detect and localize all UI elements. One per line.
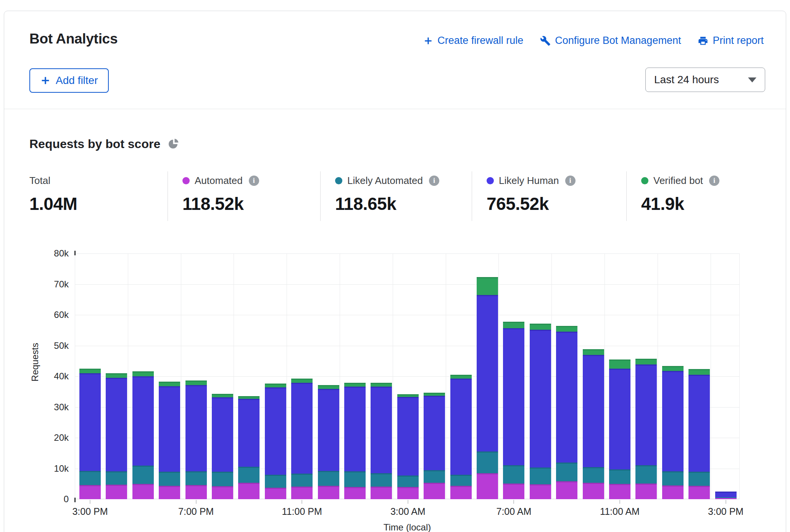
- stacked-bar[interactable]: [688, 369, 710, 499]
- bar-segment-likely-human[interactable]: [159, 386, 180, 472]
- bar-segment-likely-human[interactable]: [609, 369, 630, 469]
- bar-segment-automated[interactable]: [265, 488, 286, 499]
- bar-segment-likely-automated[interactable]: [397, 476, 419, 487]
- bar-segment-automated[interactable]: [530, 484, 551, 499]
- bar-segment-likely-human[interactable]: [688, 375, 710, 472]
- bar-segment-automated[interactable]: [318, 486, 339, 499]
- bar-segment-likely-automated[interactable]: [583, 467, 604, 483]
- bar-segment-likely-human[interactable]: [503, 328, 524, 465]
- bar-segment-automated[interactable]: [424, 483, 445, 499]
- stacked-bar[interactable]: [450, 375, 472, 499]
- stacked-bar[interactable]: [318, 385, 339, 499]
- bar-segment-likely-automated[interactable]: [688, 472, 710, 485]
- bar-segment-automated[interactable]: [344, 487, 366, 499]
- bar-segment-likely-human[interactable]: [238, 399, 260, 467]
- bar-segment-likely-human[interactable]: [132, 376, 154, 466]
- stacked-bar[interactable]: [424, 393, 445, 499]
- bar-segment-verified-bot[interactable]: [185, 380, 207, 385]
- bar-segment-automated[interactable]: [291, 487, 313, 499]
- bar-segment-automated[interactable]: [212, 486, 233, 499]
- stacked-bar[interactable]: [477, 277, 498, 499]
- bar-segment-likely-automated[interactable]: [371, 473, 392, 487]
- bar-segment-automated[interactable]: [450, 486, 472, 499]
- bar-segment-automated[interactable]: [397, 487, 419, 499]
- stacked-bar[interactable]: [662, 366, 684, 499]
- bar-segment-automated[interactable]: [556, 481, 577, 499]
- stacked-bar[interactable]: [159, 382, 180, 499]
- bar-segment-likely-automated[interactable]: [212, 472, 233, 486]
- stacked-bar[interactable]: [265, 384, 286, 499]
- bar-segment-likely-automated[interactable]: [635, 465, 657, 483]
- print-report-link[interactable]: Print report: [698, 35, 764, 47]
- bar-segment-likely-human[interactable]: [556, 332, 577, 463]
- bar-segment-verified-bot[interactable]: [344, 383, 366, 387]
- stacked-bar[interactable]: [106, 373, 127, 499]
- bar-segment-likely-human[interactable]: [106, 378, 127, 471]
- stacked-bar[interactable]: [185, 380, 207, 500]
- bar-segment-verified-bot[interactable]: [556, 326, 577, 332]
- bar-segment-likely-human[interactable]: [318, 389, 339, 471]
- bar-segment-likely-human[interactable]: [530, 330, 551, 468]
- bar-segment-likely-human[interactable]: [79, 373, 101, 471]
- bar-segment-likely-human[interactable]: [397, 397, 419, 476]
- bar-segment-verified-bot[interactable]: [106, 373, 127, 378]
- bar-segment-likely-automated[interactable]: [318, 471, 339, 486]
- bar-segment-likely-human[interactable]: [185, 385, 207, 471]
- stacked-bar[interactable]: [79, 369, 101, 499]
- bar-segment-verified-bot[interactable]: [635, 359, 657, 364]
- add-filter-button[interactable]: Add filter: [29, 68, 109, 93]
- stacked-bar[interactable]: [397, 394, 419, 499]
- bar-segment-likely-automated[interactable]: [132, 466, 154, 484]
- bar-segment-likely-automated[interactable]: [503, 465, 524, 484]
- bar-segment-verified-bot[interactable]: [371, 383, 392, 387]
- stacked-bar[interactable]: [371, 383, 392, 499]
- bar-segment-verified-bot[interactable]: [609, 360, 630, 369]
- bar-segment-likely-automated[interactable]: [159, 472, 180, 486]
- bar-segment-automated[interactable]: [662, 485, 684, 499]
- bar-segment-likely-human[interactable]: [477, 295, 498, 452]
- bar-segment-likely-automated[interactable]: [424, 470, 445, 482]
- stacked-bar[interactable]: [530, 324, 551, 499]
- bar-segment-verified-bot[interactable]: [291, 379, 313, 382]
- bar-segment-verified-bot[interactable]: [159, 382, 180, 386]
- stacked-bar[interactable]: [291, 379, 313, 499]
- bar-segment-likely-automated[interactable]: [530, 468, 551, 484]
- info-icon[interactable]: [709, 176, 719, 186]
- stacked-bar[interactable]: [556, 326, 577, 499]
- bar-segment-verified-bot[interactable]: [503, 322, 524, 329]
- bar-segment-likely-automated[interactable]: [344, 471, 366, 487]
- bar-segment-automated[interactable]: [185, 485, 207, 499]
- bar-segment-likely-human[interactable]: [424, 396, 445, 471]
- bar-segment-likely-human[interactable]: [662, 371, 684, 471]
- bar-segment-likely-human[interactable]: [344, 387, 366, 471]
- bar-segment-likely-automated[interactable]: [477, 451, 498, 473]
- bar-segment-likely-automated[interactable]: [106, 471, 127, 485]
- bar-segment-automated[interactable]: [371, 487, 392, 499]
- info-icon[interactable]: [429, 176, 439, 186]
- bar-segment-automated[interactable]: [583, 483, 604, 499]
- stacked-bar[interactable]: [609, 360, 630, 499]
- bar-segment-likely-automated[interactable]: [185, 471, 207, 485]
- bar-segment-automated[interactable]: [609, 484, 630, 499]
- bar-segment-verified-bot[interactable]: [424, 393, 445, 396]
- info-icon[interactable]: [565, 176, 576, 186]
- bar-segment-likely-automated[interactable]: [662, 471, 684, 485]
- bar-segment-likely-human[interactable]: [291, 383, 313, 474]
- bar-segment-likely-human[interactable]: [450, 379, 472, 475]
- stacked-bar[interactable]: [344, 383, 366, 499]
- bar-segment-likely-human[interactable]: [212, 397, 233, 472]
- bar-segment-likely-automated[interactable]: [450, 475, 472, 486]
- bar-segment-likely-automated[interactable]: [291, 474, 313, 487]
- bar-segment-verified-bot[interactable]: [238, 396, 260, 399]
- bar-segment-verified-bot[interactable]: [265, 384, 286, 387]
- bar-segment-likely-automated[interactable]: [238, 467, 260, 483]
- stacked-bar[interactable]: [583, 349, 604, 499]
- bar-segment-automated[interactable]: [159, 486, 180, 499]
- bar-segment-verified-bot[interactable]: [212, 394, 233, 397]
- bar-segment-verified-bot[interactable]: [132, 371, 154, 376]
- bar-segment-likely-human[interactable]: [715, 492, 737, 497]
- time-range-select[interactable]: Last 24 hours: [645, 68, 765, 92]
- bar-segment-verified-bot[interactable]: [662, 366, 684, 371]
- bar-segment-automated[interactable]: [79, 485, 101, 499]
- bar-segment-automated[interactable]: [503, 484, 524, 499]
